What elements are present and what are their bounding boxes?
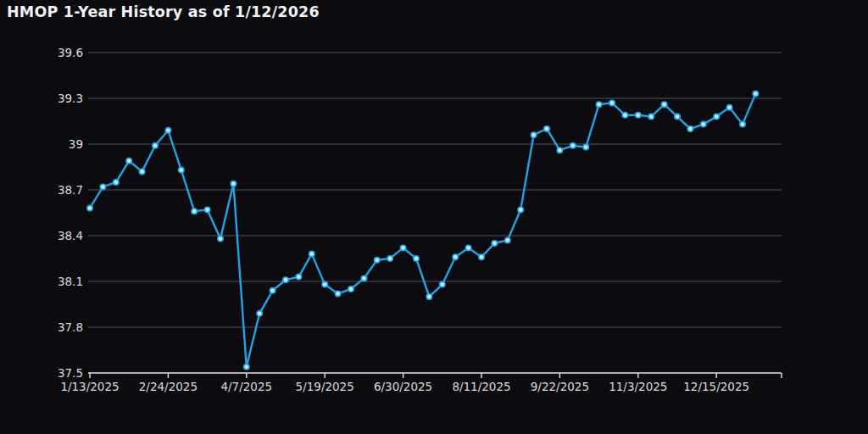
data-point-marker	[87, 205, 92, 210]
price-history-line-chart: 37.537.838.138.438.73939.339.61/13/20252…	[0, 0, 868, 434]
data-point-marker	[192, 209, 197, 214]
data-point-marker	[726, 105, 732, 110]
data-point-marker	[753, 91, 758, 96]
data-point-marker	[153, 143, 158, 148]
data-point-marker	[218, 236, 223, 241]
data-point-marker	[648, 114, 654, 119]
y-axis-tick-label: 37.8	[58, 320, 83, 334]
x-axis-tick-label: 1/13/2025	[60, 380, 119, 393]
y-axis-tick-label: 38.1	[58, 275, 83, 288]
data-point-marker	[675, 114, 680, 119]
data-point-marker	[583, 144, 588, 149]
data-point-marker	[596, 102, 601, 107]
data-point-marker	[387, 256, 392, 261]
data-point-marker	[270, 288, 275, 293]
y-axis-tick-label: 39.6	[58, 46, 83, 59]
data-point-marker	[531, 132, 536, 137]
data-point-marker	[661, 102, 666, 107]
data-point-marker	[179, 167, 184, 172]
y-axis-tick-label: 38.4	[58, 229, 83, 242]
x-axis-tick-label: 12/15/2025	[683, 380, 749, 393]
data-point-marker	[257, 311, 262, 316]
data-point-marker	[126, 159, 131, 164]
y-axis-tick-label: 39.3	[58, 92, 83, 105]
x-axis-tick-label: 6/30/2025	[374, 380, 432, 393]
data-point-marker	[609, 100, 615, 105]
x-axis-tick-label: 9/22/2025	[531, 380, 589, 393]
data-point-marker	[348, 287, 353, 292]
data-point-marker	[361, 275, 366, 281]
data-point-marker	[687, 126, 693, 131]
data-point-marker	[244, 364, 249, 370]
data-point-marker	[100, 184, 105, 189]
data-point-marker	[570, 143, 576, 148]
data-point-marker	[375, 258, 380, 263]
data-point-marker	[518, 207, 523, 212]
data-point-marker	[400, 245, 405, 250]
data-point-marker	[426, 294, 431, 299]
data-point-marker	[296, 274, 301, 279]
data-point-marker	[544, 126, 549, 131]
data-point-marker	[440, 281, 445, 287]
x-axis-tick-label: 4/7/2025	[220, 380, 272, 393]
x-axis-tick-label: 2/24/2025	[139, 380, 198, 393]
y-axis-tick-label: 39	[69, 137, 83, 151]
data-point-marker	[492, 241, 497, 246]
data-point-marker	[165, 128, 170, 133]
chart-panel: HMOP 1-Year History as of 1/12/2026 37.5…	[0, 0, 868, 434]
price-line	[90, 94, 755, 367]
y-axis-tick-label: 37.5	[58, 366, 83, 380]
data-point-marker	[622, 113, 627, 118]
data-point-marker	[557, 147, 562, 153]
data-point-marker	[204, 207, 209, 212]
x-axis-tick-label: 8/11/2025	[452, 380, 510, 393]
data-point-marker	[479, 254, 484, 259]
y-axis-tick-label: 38.7	[58, 183, 83, 197]
data-point-marker	[114, 180, 119, 185]
data-point-marker	[231, 181, 236, 186]
data-point-marker	[505, 237, 510, 242]
data-point-marker	[465, 245, 470, 250]
data-point-marker	[714, 114, 719, 119]
data-point-marker	[701, 121, 706, 126]
data-point-marker	[740, 121, 745, 126]
data-point-marker	[636, 113, 641, 118]
data-point-marker	[414, 256, 419, 261]
x-axis-tick-label: 5/19/2025	[296, 380, 354, 393]
data-point-marker	[283, 277, 288, 282]
data-point-marker	[139, 169, 144, 174]
data-point-marker	[335, 291, 340, 296]
data-point-marker	[322, 281, 327, 287]
data-point-marker	[309, 251, 314, 256]
x-axis-tick-label: 11/3/2025	[609, 380, 667, 393]
data-point-marker	[453, 254, 458, 259]
